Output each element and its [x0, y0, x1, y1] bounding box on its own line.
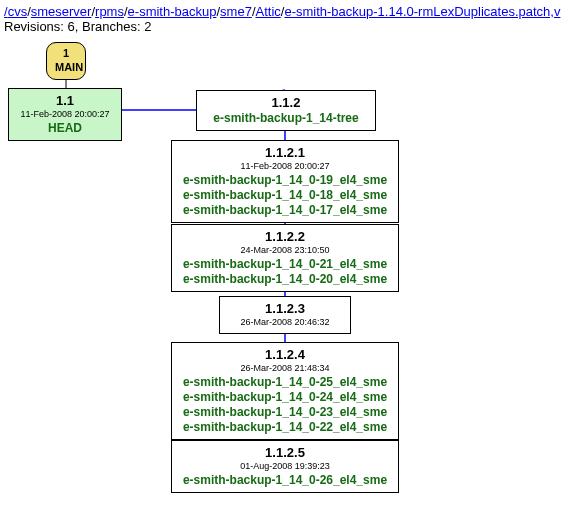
rev-tag: e-smith-backup-1_14_0-23_el4_sme: [180, 405, 390, 420]
rev-number: 1.1.2.2: [180, 229, 390, 245]
path-seg[interactable]: e-smith-backup: [128, 4, 217, 19]
rev-tag: e-smith-backup-1_14_0-17_el4_sme: [180, 203, 390, 218]
rev-date: 01-Aug-2008 19:39:23: [180, 461, 390, 472]
rev-number: 1.1.2.1: [180, 145, 390, 161]
path-seg[interactable]: Attic: [256, 4, 281, 19]
main-trunk-node[interactable]: 1 MAIN: [46, 42, 86, 80]
rev-date: 11-Feb-2008 20:00:27: [17, 109, 113, 120]
rev-tag: e-smith-backup-1_14_0-21_el4_sme: [180, 257, 390, 272]
rev-number: 1.1.2.3: [228, 301, 342, 317]
rev-tag: e-smith-backup-1_14_0-19_el4_sme: [180, 173, 390, 188]
main-rev: 1: [55, 47, 77, 61]
path-seg[interactable]: e-smith-backup-1.14.0-rmLexDuplicates.pa…: [284, 4, 560, 19]
breadcrumb: /cvs/smeserver/rpms/e-smith-backup/sme7/…: [0, 0, 566, 19]
rev-tag: e-smith-backup-1_14_0-26_el4_sme: [180, 473, 390, 488]
revision-node[interactable]: 1.1.2.4 26-Mar-2008 21:48:34 e-smith-bac…: [171, 342, 399, 440]
rev-tag: e-smith-backup-1_14_0-24_el4_sme: [180, 390, 390, 405]
rev-date: 11-Feb-2008 20:00:27: [180, 161, 390, 172]
rev-date: 26-Mar-2008 21:48:34: [180, 363, 390, 374]
revision-node[interactable]: 1.1.2.5 01-Aug-2008 19:39:23 e-smith-bac…: [171, 440, 399, 493]
revision-node[interactable]: 1.1.2.3 26-Mar-2008 20:46:32: [219, 296, 351, 334]
main-label: MAIN: [55, 61, 77, 75]
branch-rev: 1.1.2: [205, 95, 367, 111]
head-revision-node[interactable]: 1.1 11-Feb-2008 20:00:27 HEAD: [8, 88, 122, 141]
rev-tag: HEAD: [17, 121, 113, 136]
rev-tag: e-smith-backup-1_14_0-20_el4_sme: [180, 272, 390, 287]
path-seg[interactable]: rpms: [95, 4, 124, 19]
rev-number: 1.1.2.5: [180, 445, 390, 461]
rev-date: 26-Mar-2008 20:46:32: [228, 317, 342, 328]
rev-date: 24-Mar-2008 23:10:50: [180, 245, 390, 256]
revision-node[interactable]: 1.1.2.1 11-Feb-2008 20:00:27 e-smith-bac…: [171, 140, 399, 223]
branch-node[interactable]: 1.1.2 e-smith-backup-1_14-tree: [196, 90, 376, 131]
rev-tag: e-smith-backup-1_14_0-18_el4_sme: [180, 188, 390, 203]
path-seg[interactable]: smeserver: [31, 4, 92, 19]
rev-tag: e-smith-backup-1_14_0-25_el4_sme: [180, 375, 390, 390]
graph-canvas: 1 MAIN 1.1 11-Feb-2008 20:00:27 HEAD 1.1…: [0, 38, 566, 513]
stats-line: Revisions: 6, Branches: 2: [0, 19, 566, 40]
path-seg[interactable]: sme7: [220, 4, 252, 19]
rev-number: 1.1.2.4: [180, 347, 390, 363]
rev-tag: e-smith-backup-1_14_0-22_el4_sme: [180, 420, 390, 435]
branch-name: e-smith-backup-1_14-tree: [205, 111, 367, 126]
revision-node[interactable]: 1.1.2.2 24-Mar-2008 23:10:50 e-smith-bac…: [171, 224, 399, 292]
rev-number: 1.1: [17, 93, 113, 109]
path-seg[interactable]: cvs: [8, 4, 28, 19]
